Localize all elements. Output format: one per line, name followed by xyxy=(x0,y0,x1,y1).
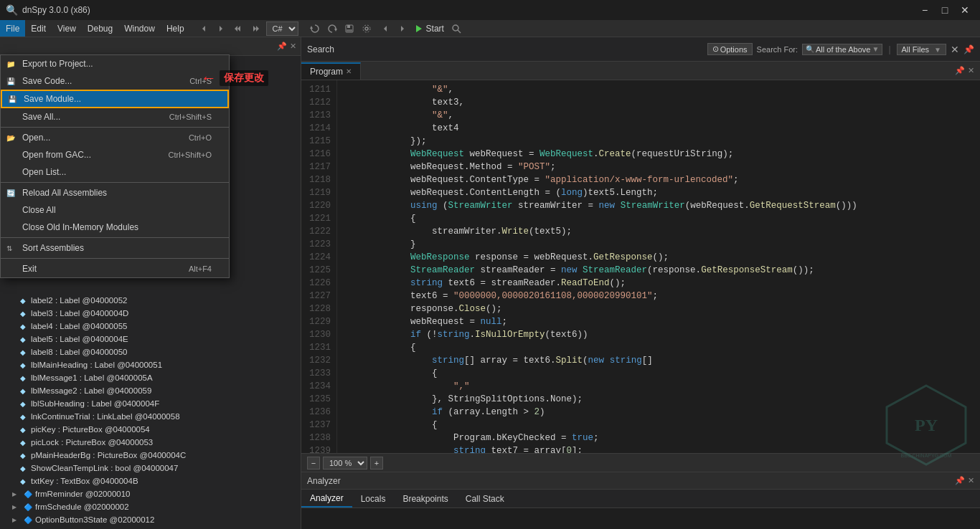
code-panel-pin[interactable]: 📌 xyxy=(955,66,965,75)
start-button[interactable]: Start xyxy=(410,24,448,34)
code-tab-program[interactable]: Program ✕ xyxy=(301,62,361,80)
tree-item-pickey[interactable]: ◆ picKey : PictureBox @04000054 xyxy=(0,423,301,436)
search-close-button[interactable]: ✕ xyxy=(951,44,959,55)
code-line-1218: webRequest.ContentType = "application/x-… xyxy=(346,173,980,186)
menu-icon-save-module: 💾 xyxy=(8,95,17,103)
tree-item-lblmessage1[interactable]: ◆ lblMessage1 : Label @0400005A xyxy=(0,371,301,384)
code-line-1224: WebResponse response = webRequest.GetRes… xyxy=(346,251,980,264)
menu-window[interactable]: Window xyxy=(118,20,161,37)
menu-file[interactable]: File xyxy=(0,20,25,37)
zoom-decrease-button[interactable]: − xyxy=(307,457,320,470)
zoom-increase-button[interactable]: + xyxy=(370,457,383,470)
tree-item-frmreminder[interactable]: ▶ 🔷 frmReminder @02000010 xyxy=(0,487,301,500)
tree-item-txtkey[interactable]: ◆ txtKey : TextBox @0400004B xyxy=(0,475,301,487)
language-selector[interactable]: C# IL xyxy=(266,22,298,36)
menu-open-gac[interactable]: Open from GAC... Ctrl+Shift+O xyxy=(1,146,229,163)
toolbar-back2-btn[interactable] xyxy=(230,21,246,37)
tree-item-label5[interactable]: ◆ label5 : Label @0400004E xyxy=(0,333,301,345)
tree-item-lblsubheading[interactable]: ◆ lblSubHeading : Label @0400004F xyxy=(0,397,301,410)
tree-item-pmainheaderbg[interactable]: ◆ pMainHeaderBg : PictureBox @0400004C xyxy=(0,449,301,462)
svg-rect-9 xyxy=(347,25,350,28)
search-toolbar-button[interactable] xyxy=(448,21,464,37)
menu-help[interactable]: Help xyxy=(161,20,190,37)
analyzer-tab-analyzer[interactable]: Analyzer xyxy=(301,490,352,507)
menu-save-module[interactable]: 💾 Save Module... xyxy=(1,90,229,108)
analyzer-pin-btn[interactable]: 📌 xyxy=(955,476,965,485)
toolbar-back-btn[interactable] xyxy=(196,21,212,37)
class-icon: 🔷 xyxy=(22,514,34,525)
nav-forward-btn[interactable] xyxy=(395,21,410,37)
nav-forward-icon xyxy=(398,24,407,33)
search-pin-button[interactable]: 📌 xyxy=(963,44,974,54)
nav-back-btn[interactable] xyxy=(377,21,393,37)
menu-save-all[interactable]: Save All... Ctrl+Shift+S xyxy=(1,108,229,125)
field-icon: ◆ xyxy=(17,385,29,396)
options-button[interactable]: ⊙ Options xyxy=(707,43,753,55)
left-panel-pin-btn[interactable]: 📌 xyxy=(277,42,287,51)
code-content[interactable]: 1211 1212 1213 1214 1215 1216 1217 1218 … xyxy=(301,80,980,453)
maximize-button[interactable]: □ xyxy=(936,4,954,16)
title-left: 🔍 dnSpy 3.0.0 (x86) xyxy=(6,4,90,16)
menu-icon-save-code: 💾 xyxy=(6,77,15,85)
tree-item-frmschedule[interactable]: ▶ 🔷 frmSchedule @02000002 xyxy=(0,500,301,513)
refresh-btn[interactable] xyxy=(307,21,323,37)
tree-item-label2[interactable]: ◆ label2 : Label @04000052 xyxy=(0,294,301,307)
field-icon: ◆ xyxy=(17,411,29,422)
tree-item-optionbutton3state[interactable]: ▶ 🔷 OptionButton3State @02000012 xyxy=(0,513,301,526)
svg-marker-14 xyxy=(401,26,404,32)
tree-item-label3[interactable]: ◆ label3 : Label @0400004D xyxy=(0,307,301,320)
code-line-1231: { xyxy=(346,341,980,354)
app-title: dnSpy 3.0.0 (x86) xyxy=(22,5,90,15)
save-btn[interactable] xyxy=(341,21,357,37)
menu-reload-assemblies[interactable]: 🔄 Reload All Assemblies xyxy=(1,184,229,201)
search-scope-selector[interactable]: All Files ▼ xyxy=(897,44,946,55)
menu-sort-assemblies[interactable]: ⇅ Sort Assemblies xyxy=(1,239,229,257)
left-panel-close-btn[interactable]: ✕ xyxy=(290,42,296,51)
close-button[interactable]: ✕ xyxy=(956,4,974,16)
tree-item-showcleantemplink[interactable]: ◆ ShowCleanTempLink : bool @04000047 xyxy=(0,462,301,475)
menu-open-list[interactable]: Open List... xyxy=(1,163,229,181)
menu-debug[interactable]: Debug xyxy=(82,20,118,37)
tree-item-lblmessage2[interactable]: ◆ lblMessage2 : Label @04000059 xyxy=(0,384,301,397)
svg-point-12 xyxy=(363,25,370,32)
field-icon: ◆ xyxy=(17,449,29,461)
tree-item-label8[interactable]: ◆ label8 : Label @04000050 xyxy=(0,345,301,358)
analyzer-tab-callstack[interactable]: Call Stack xyxy=(457,491,513,507)
analyzer-tab-locals[interactable]: Locals xyxy=(352,491,395,507)
menu-save-code[interactable]: 💾 Save Code... Ctrl+S xyxy=(1,72,229,90)
menu-export-project[interactable]: 📁 Export to Project... xyxy=(1,55,229,72)
menu-view[interactable]: View xyxy=(52,20,82,37)
search-type-selector[interactable]: 🔍 All of the Above ▼ xyxy=(802,44,882,55)
analyzer-close-btn[interactable]: ✕ xyxy=(968,476,974,485)
tree-item-label4[interactable]: ◆ label4 : Label @04000055 xyxy=(0,320,301,333)
reload-btn[interactable] xyxy=(324,21,340,37)
menu-open[interactable]: 📂 Open... Ctrl+O xyxy=(1,129,229,146)
tree-item-lnkcontinuetrial[interactable]: ◆ lnkContinueTrial : LinkLabel @04000058 xyxy=(0,410,301,423)
tree-item-lblmainheading[interactable]: ◆ lblMainHeading : Label @04000051 xyxy=(0,358,301,371)
settings-btn[interactable] xyxy=(359,21,374,37)
svg-marker-2 xyxy=(237,26,240,32)
forward2-icon xyxy=(250,24,260,33)
code-line-1229: webRequest = null; xyxy=(346,315,980,328)
analyzer-header: Analyzer 📌 ✕ xyxy=(301,472,980,490)
toolbar-forward-btn[interactable] xyxy=(213,21,229,37)
menu-exit[interactable]: Exit Alt+F4 xyxy=(1,260,229,277)
analyzer-tab-breakpoints[interactable]: Breakpoints xyxy=(394,491,456,507)
menu-close-old-modules[interactable]: Close Old In-Memory Modules xyxy=(1,219,229,236)
menu-edit[interactable]: Edit xyxy=(25,20,52,37)
code-line-1223: } xyxy=(346,238,980,251)
zoom-level-selector[interactable]: 100 % 75 % 125 % 150 % xyxy=(323,457,367,470)
play-icon xyxy=(415,24,423,33)
tree-item-piclock[interactable]: ◆ picLock : PictureBox @04000053 xyxy=(0,436,301,449)
minimize-button[interactable]: − xyxy=(915,4,934,16)
nav-back-icon xyxy=(381,24,390,33)
tree-item-pagetype[interactable]: ▶ 🔷 PageType @02000048 xyxy=(0,526,301,529)
tab-close-button[interactable]: ✕ xyxy=(346,67,352,75)
menu-icon-reload: 🔄 xyxy=(6,189,15,197)
code-editor[interactable]: "&", text3, "&", text4 }); WebRequest we… xyxy=(337,80,980,453)
code-panel-close[interactable]: ✕ xyxy=(968,66,974,75)
menu-close-all[interactable]: Close All xyxy=(1,201,229,219)
toolbar-forward2-btn[interactable] xyxy=(248,21,263,37)
analyzer-content xyxy=(301,508,980,529)
search-type-icon: 🔍 xyxy=(806,45,814,53)
